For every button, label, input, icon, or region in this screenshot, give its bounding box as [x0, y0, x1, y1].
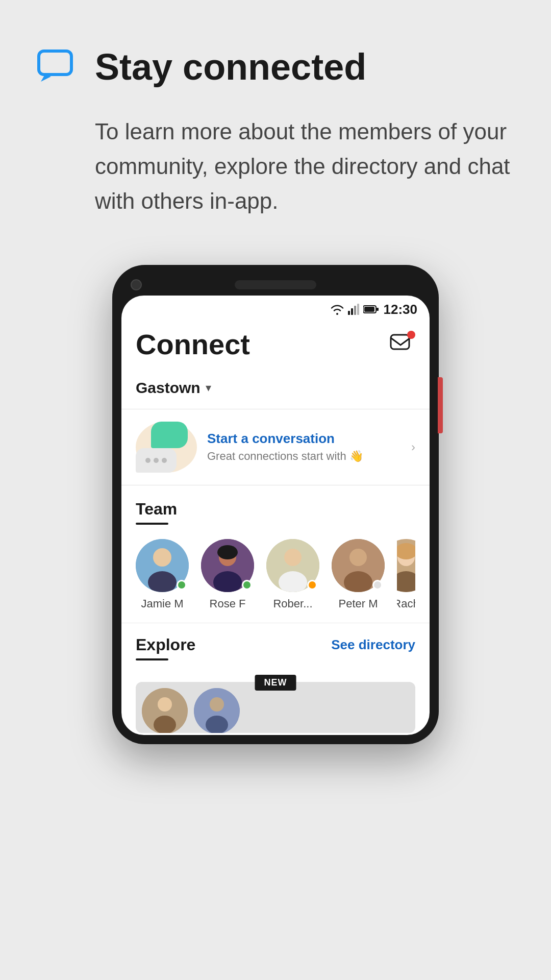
header-row: Stay connected	[36, 46, 515, 89]
status-dot-grey	[372, 580, 383, 590]
svg-rect-4	[357, 304, 359, 315]
svg-rect-0	[39, 51, 71, 75]
conversation-text: Start a conversation Great connections s…	[207, 431, 401, 463]
status-time: 12:30	[384, 302, 418, 317]
avatar-robert	[266, 539, 319, 592]
svg-rect-6	[364, 307, 374, 312]
team-member-robert[interactable]: Rober...	[266, 539, 319, 610]
team-section-underline	[136, 523, 168, 525]
notification-button[interactable]	[389, 331, 415, 357]
status-dot-green	[242, 580, 252, 590]
green-bubble	[151, 422, 188, 448]
battery-icon	[363, 305, 379, 314]
svg-rect-3	[354, 306, 356, 315]
member-name-jamie: Jamie M	[141, 597, 183, 610]
svg-rect-1	[348, 311, 350, 315]
phone-mockup: 12:30 Connect Gastown ▾	[0, 265, 551, 744]
phone-top-bar	[121, 279, 430, 290]
phone-outer: 12:30 Connect Gastown ▾	[112, 265, 439, 744]
phone-screen: 12:30 Connect Gastown ▾	[121, 296, 430, 735]
chevron-down-icon: ▾	[206, 381, 211, 395]
app-title: Connect	[136, 328, 250, 361]
svg-point-27	[158, 697, 172, 712]
chevron-right-icon: ›	[411, 440, 415, 454]
team-member-peter[interactable]: Peter M	[332, 539, 385, 610]
notification-dot	[407, 331, 415, 339]
status-bar: 12:30	[121, 296, 430, 322]
svg-point-20	[349, 549, 367, 566]
explore-section-underline	[136, 658, 168, 660]
explore-section: Explore See directory NEW	[121, 623, 430, 735]
phone-speaker	[235, 280, 316, 289]
grey-bubble	[136, 448, 177, 473]
team-section-title: Team	[136, 500, 177, 519]
status-icons	[331, 304, 379, 315]
svg-point-10	[153, 548, 171, 567]
team-section: Team	[121, 485, 430, 623]
conversation-illustration	[136, 422, 197, 473]
phone-side-button	[438, 377, 443, 433]
explore-section-title: Explore	[136, 635, 195, 654]
location-name: Gastown	[136, 379, 201, 397]
team-member-rose[interactable]: Rose F	[201, 539, 254, 610]
page-title: Stay connected	[95, 47, 366, 87]
svg-point-25	[397, 543, 415, 559]
svg-point-17	[284, 549, 302, 566]
svg-point-30	[210, 697, 224, 712]
team-list: Jamie M	[136, 539, 415, 610]
phone-camera	[131, 279, 142, 290]
team-member-rachel[interactable]: Rach	[397, 539, 415, 610]
explore-avatars-row	[142, 688, 240, 733]
chat-bubble-icon	[36, 46, 77, 89]
app-header: Connect	[121, 322, 430, 371]
conversation-subtitle: Great connections start with 👋	[207, 450, 401, 463]
svg-rect-2	[351, 308, 353, 315]
member-name-rose: Rose F	[210, 597, 246, 610]
avatar-rachel	[397, 539, 415, 592]
signal-icon	[348, 304, 359, 315]
new-badge: NEW	[255, 675, 296, 691]
svg-point-24	[397, 571, 415, 592]
member-name-rachel: Rach	[397, 597, 415, 610]
member-name-robert: Rober...	[273, 597, 312, 610]
wifi-icon	[331, 304, 344, 315]
status-dot-orange	[307, 580, 317, 590]
see-directory-link[interactable]: See directory	[331, 637, 415, 653]
svg-rect-8	[391, 335, 409, 349]
avatar-jamie	[136, 539, 189, 592]
avatar-peter	[332, 539, 385, 592]
phone-sensor	[409, 279, 420, 290]
member-name-peter: Peter M	[338, 597, 378, 610]
explore-section-header: Explore See directory	[136, 635, 415, 654]
status-dot-green	[177, 580, 187, 590]
top-section: Stay connected To learn more about the m…	[0, 0, 551, 250]
avatar-rose	[201, 539, 254, 592]
conversation-title: Start a conversation	[207, 431, 401, 447]
location-row[interactable]: Gastown ▾	[121, 371, 430, 409]
team-member-jamie[interactable]: Jamie M	[136, 539, 189, 610]
svg-rect-7	[377, 308, 379, 311]
team-section-header: Team	[136, 500, 415, 519]
conversation-card[interactable]: Start a conversation Great connections s…	[121, 409, 430, 485]
page-subtitle: To learn more about the members of your …	[95, 114, 515, 219]
svg-point-15	[217, 545, 238, 559]
